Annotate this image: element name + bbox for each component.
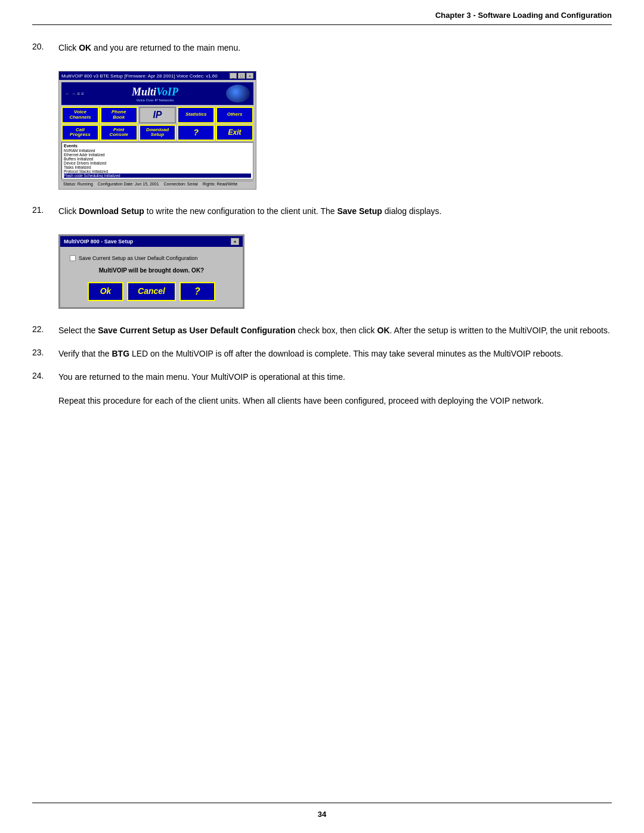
step-20-bold1: OK <box>79 43 91 52</box>
step-22: 22. Select the Save Current Setup as Use… <box>32 324 612 337</box>
others-btn[interactable]: Others <box>216 107 253 123</box>
maximize-btn[interactable]: □ <box>238 73 245 79</box>
page-container: Chapter 3 - Software Loading and Configu… <box>0 0 644 833</box>
window-title: MultiVOIP 800 v3 BTE Setup [Firmware: Ap… <box>61 73 218 79</box>
rights: Rights: Read/Write <box>203 182 238 186</box>
step-21-text: Click Download Setup to write the new co… <box>58 205 612 218</box>
step-21-bold1: Download Setup <box>79 206 144 216</box>
step-21: 21. Click Download Setup to write the ne… <box>32 205 612 218</box>
logo-area: ← → ≡ ≡ MultiVoIP Voice Over IP Networks <box>61 82 253 105</box>
phone-book-btn[interactable]: PhoneBook <box>100 107 138 123</box>
event-5: Tasks Initialized <box>64 165 251 169</box>
minimize-btn[interactable]: _ <box>230 73 237 79</box>
save-dialog-screenshot: MultiVOIP 800 - Save Setup × Save Curren… <box>58 234 244 309</box>
ok-btn[interactable]: Ok <box>88 282 123 301</box>
nav-row-1: VoiceChannels PhoneBook IP Statistics Ot… <box>61 107 253 123</box>
footer-rule <box>32 803 612 803</box>
event-3: Buffers Initialized <box>64 157 251 161</box>
event-2: Ethernet Addr Initialized <box>64 153 251 157</box>
help-btn[interactable]: ? <box>177 125 215 141</box>
help-dialog-btn[interactable]: ? <box>179 282 215 301</box>
dialog-body: Save Current Setup as User Default Confi… <box>60 247 243 307</box>
checkbox-row: Save Current Setup as User Default Confi… <box>70 255 233 261</box>
step-23-bold1: BTG <box>112 349 130 358</box>
step-22-bold1: Save Current Setup as User Default Confi… <box>98 326 295 335</box>
step-24: 24. You are returned to the main menu. Y… <box>32 371 612 383</box>
dialog-titlebar: MultiVOIP 800 - Save Setup × <box>60 236 243 247</box>
print-console-btn[interactable]: PrintConsole <box>100 125 138 141</box>
main-window-screenshot: MultiVOIP 800 v3 BTE Setup [Firmware: Ap… <box>58 71 256 190</box>
cancel-btn[interactable]: Cancel <box>127 282 176 301</box>
close-btn[interactable]: × <box>246 73 253 79</box>
step-20-number: 20. <box>32 42 58 51</box>
step-21-number: 21. <box>32 205 58 215</box>
logo-left: ← → ≡ ≡ <box>65 91 84 97</box>
window-controls: _ □ × <box>230 73 253 79</box>
dialog-message: MultiVOIP will be brought down. OK? <box>70 267 233 274</box>
checkbox-label: Save Current Setup as User Default Confi… <box>79 255 198 261</box>
events-area: Events NVRAM Initialized Ethernet Addr I… <box>61 142 253 179</box>
chapter-header: Chapter 3 - Software Loading and Configu… <box>0 0 644 22</box>
step-24-number: 24. <box>32 371 58 380</box>
logo-subtitle: Voice Over IP Networks <box>132 98 178 102</box>
event-6: Protocol Stacks Initialized <box>64 169 251 174</box>
logo-brand: MultiVoIP <box>132 86 178 98</box>
config-date: Configuration Date: Jun 15, 2001 <box>98 182 159 186</box>
download-setup-btn[interactable]: DownloadSetup <box>139 125 177 141</box>
step-22-bold2: OK <box>377 326 390 335</box>
dialog-close-btn[interactable]: × <box>231 238 239 245</box>
events-title: Events <box>64 144 251 148</box>
voice-channels-btn[interactable]: VoiceChannels <box>61 107 99 123</box>
step-20: 20. Click OK and you are returned to the… <box>32 42 612 54</box>
chapter-title: Chapter 3 - Software Loading and Configu… <box>435 11 612 20</box>
window-titlebar: MultiVOIP 800 v3 BTE Setup [Firmware: Ap… <box>59 72 256 80</box>
status-bar: Status: Running Configuration Date: Jun … <box>61 181 253 187</box>
footer-area: 34 <box>0 810 644 819</box>
logo-globe <box>226 85 250 103</box>
page-number: 34 <box>318 810 326 819</box>
event-4: Device Drivers Initialized <box>64 161 251 165</box>
step-24-text: You are returned to the main menu. Your … <box>58 371 612 383</box>
dialog-buttons: Ok Cancel ? <box>70 282 233 301</box>
event-1: NVRAM Initialized <box>64 148 251 153</box>
multivoip-window: MultiVOIP 800 v3 BTE Setup [Firmware: Ap… <box>59 72 256 189</box>
event-7: Flash code Scheduling Initialized <box>64 174 251 178</box>
step-21-bold2: Save Setup <box>337 206 382 216</box>
step-23-text: Verify that the BTG LED on the MultiVOIP… <box>58 348 612 360</box>
statistics-btn[interactable]: Statistics <box>177 107 215 123</box>
dialog-title: MultiVOIP 800 - Save Setup <box>64 239 133 244</box>
step-20-text: Click OK and you are returned to the mai… <box>58 42 612 54</box>
ip-btn[interactable]: IP <box>139 107 177 123</box>
connection-type: Connection: Serial <box>164 182 198 186</box>
save-checkbox[interactable] <box>70 255 76 261</box>
step-23-number: 23. <box>32 348 58 357</box>
logo-voip: VoIP <box>156 86 178 98</box>
nav-row-2: CallProgress PrintConsole DownloadSetup … <box>61 125 253 141</box>
sub-step: Repeat this procedure for each of the cl… <box>58 394 612 407</box>
window-body: ← → ≡ ≡ MultiVoIP Voice Over IP Networks <box>59 80 256 189</box>
step-22-text: Select the Save Current Setup as User De… <box>58 324 612 337</box>
logo-center: MultiVoIP Voice Over IP Networks <box>132 86 178 102</box>
save-dialog: MultiVOIP 800 - Save Setup × Save Curren… <box>59 235 244 308</box>
content-area: 20. Click OK and you are returned to the… <box>0 25 644 452</box>
step-23: 23. Verify that the BTG LED on the Multi… <box>32 348 612 360</box>
status-running: Status: Running <box>63 182 93 186</box>
exit-btn[interactable]: Exit <box>216 125 253 141</box>
call-progress-btn[interactable]: CallProgress <box>61 125 99 141</box>
step-22-number: 22. <box>32 324 58 334</box>
